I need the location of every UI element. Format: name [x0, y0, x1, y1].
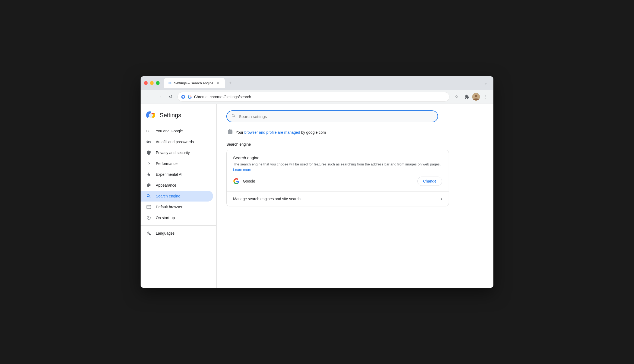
- managed-icon: [227, 129, 233, 136]
- sidebar-item-default-browser[interactable]: Default browser: [141, 202, 213, 212]
- manage-search-engines-row[interactable]: Manage search engines and site search ›: [227, 191, 449, 206]
- sidebar-item-autofill[interactable]: Autofill and passwords: [141, 136, 213, 147]
- performance-icon: [146, 161, 151, 166]
- sidebar-item-you-and-google[interactable]: G You and Google: [141, 126, 213, 136]
- search-engine-row: Google Change: [233, 177, 442, 186]
- chrome-logo: [146, 110, 156, 120]
- manage-search-engines-label: Manage search engines and site search: [233, 197, 300, 201]
- experimental-ai-icon: [146, 172, 151, 177]
- languages-icon: [146, 231, 151, 236]
- section-title: Search engine: [226, 142, 484, 146]
- svg-point-3: [189, 96, 191, 97]
- user-avatar[interactable]: [472, 93, 480, 101]
- sidebar-item-label: Appearance: [156, 183, 176, 187]
- content-area: Settings G You and Google Autofill and p…: [141, 104, 493, 288]
- forward-button[interactable]: →: [155, 92, 164, 102]
- appearance-icon: [146, 183, 151, 188]
- search-bar-wrapper: [226, 110, 484, 122]
- fullscreen-traffic-light[interactable]: [156, 81, 160, 85]
- svg-point-9: [149, 114, 153, 117]
- menu-button[interactable]: ⋮: [480, 92, 490, 102]
- bookmark-button[interactable]: ☆: [452, 92, 461, 102]
- sidebar-item-privacy[interactable]: Privacy and security: [141, 147, 213, 158]
- managed-text-after: by google.com: [301, 130, 326, 135]
- tab-dropdown-button[interactable]: ⌄: [481, 79, 490, 87]
- title-bar: ⚙ Settings – Search engine × + ⌄: [141, 76, 493, 90]
- google-logo: [233, 178, 240, 184]
- you-and-google-icon: G: [146, 128, 151, 134]
- address-bar[interactable]: Chrome chrome://settings/search: [177, 92, 449, 102]
- toolbar-right: ☆ ⋮: [452, 92, 490, 102]
- active-tab[interactable]: ⚙ Settings – Search engine ×: [164, 78, 225, 88]
- new-tab-button[interactable]: +: [226, 79, 234, 87]
- sidebar-item-label: On start-up: [156, 216, 175, 220]
- extensions-button[interactable]: [462, 92, 472, 102]
- managed-banner: Your browser and profile are managed by …: [226, 129, 484, 136]
- extensions-icon: [464, 94, 469, 99]
- managed-text: Your browser and profile are managed by …: [236, 130, 326, 135]
- sidebar-item-languages[interactable]: Languages: [141, 228, 213, 239]
- back-button[interactable]: ←: [144, 92, 154, 102]
- avatar-image: [472, 93, 480, 101]
- card-section-description: The search engine that you choose will b…: [233, 162, 442, 172]
- tab-title: Settings – Search engine: [174, 81, 213, 85]
- close-traffic-light[interactable]: [144, 81, 148, 85]
- chrome-favicon: [188, 95, 192, 99]
- nav-divider: [141, 225, 216, 226]
- sidebar-item-label: Autofill and passwords: [156, 140, 194, 144]
- address-brand: Chrome: [194, 95, 208, 99]
- main-panel: Your browser and profile are managed by …: [217, 104, 493, 288]
- search-icon: [231, 113, 236, 120]
- manage-arrow-icon: ›: [441, 196, 442, 201]
- toolbar: ← → ↺ Chrome chrome://settings/search ☆: [141, 90, 493, 104]
- svg-point-5: [475, 95, 477, 97]
- change-search-engine-button[interactable]: Change: [417, 177, 442, 186]
- sidebar-item-label: Search engine: [156, 194, 180, 198]
- sidebar-item-label: You and Google: [156, 129, 183, 133]
- sidebar-item-on-startup[interactable]: On start-up: [141, 212, 213, 223]
- sidebar-item-search-engine[interactable]: Search engine: [141, 191, 213, 202]
- tab-bar: ⚙ Settings – Search engine × + ⌄: [164, 78, 490, 88]
- current-search-engine: Google: [243, 179, 414, 183]
- search-bar: [226, 110, 438, 122]
- sidebar-item-label: Privacy and security: [156, 151, 190, 155]
- svg-point-1: [182, 96, 184, 98]
- learn-more-link[interactable]: Learn more: [233, 168, 251, 172]
- sidebar: Settings G You and Google Autofill and p…: [141, 104, 217, 288]
- search-input[interactable]: [239, 114, 433, 119]
- on-startup-icon: [146, 215, 151, 221]
- managed-text-before: Your: [236, 130, 243, 135]
- privacy-icon: [146, 150, 151, 155]
- sidebar-item-experimental-ai[interactable]: Experimental AI: [141, 169, 213, 180]
- default-browser-icon: [146, 204, 151, 210]
- search-engine-card: Search engine The search engine that you…: [226, 150, 449, 206]
- svg-text:G: G: [146, 129, 149, 133]
- autofill-icon: [146, 139, 151, 145]
- settings-page-title: Settings: [160, 112, 181, 119]
- managed-link[interactable]: browser and profile are managed: [244, 130, 300, 135]
- refresh-button[interactable]: ↺: [166, 92, 175, 102]
- sidebar-item-label: Languages: [156, 231, 175, 235]
- sidebar-item-label: Default browser: [156, 205, 182, 209]
- address-url: chrome://settings/search: [210, 95, 446, 99]
- sidebar-item-appearance[interactable]: Appearance: [141, 180, 213, 191]
- sidebar-item-performance[interactable]: Performance: [141, 158, 213, 169]
- tab-favicon: ⚙: [168, 81, 172, 85]
- address-favicon: [181, 95, 185, 99]
- minimize-traffic-light[interactable]: [150, 81, 154, 85]
- browser-window: ⚙ Settings – Search engine × + ⌄ ← → ↺: [141, 76, 493, 288]
- card-section-title: Search engine: [233, 155, 442, 160]
- search-engine-section: Search engine The search engine that you…: [227, 150, 449, 191]
- svg-rect-11: [147, 205, 151, 209]
- sidebar-item-label: Performance: [156, 161, 177, 166]
- search-engine-nav-icon: [146, 193, 151, 199]
- sidebar-item-label: Experimental AI: [156, 172, 182, 177]
- settings-header: Settings: [141, 108, 216, 126]
- traffic-lights: [144, 81, 160, 85]
- tab-close-button[interactable]: ×: [215, 81, 220, 85]
